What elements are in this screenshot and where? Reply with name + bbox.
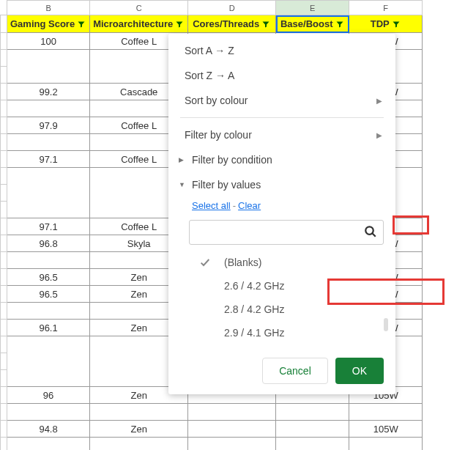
checkmark-icon [199,257,211,268]
cell[interactable]: 97.9 [7,117,90,134]
cell[interactable]: 99.2 [7,84,90,100]
cell[interactable] [7,303,90,320]
filter-search-input[interactable] [189,220,384,245]
filter-icon[interactable] [335,19,345,29]
cell[interactable]: 96.5 [7,269,90,286]
filter-dropdown: Sort A → Z Sort Z → A Sort by colour▶ Fi… [168,34,395,394]
cell[interactable]: 100 [7,33,90,50]
filter-value-label: 2.9 / 4.1 GHz [224,327,284,339]
cell[interactable]: 96 [7,387,90,404]
cell[interactable] [7,353,90,370]
cell[interactable] [7,202,90,218]
filter-value-label: 2.6 / 4.2 GHz [224,280,284,292]
filter-values-list: (Blanks)2.6 / 4.2 GHz2.8 / 4.2 GHz2.9 / … [189,246,384,349]
cell[interactable]: 97.1 [7,218,90,235]
cell[interactable] [276,404,349,421]
cell[interactable]: 94.8 [7,421,90,438]
cell[interactable] [7,370,90,387]
collapsed-icon: ▶ [179,156,185,163]
submenu-arrow-icon: ▶ [376,97,382,105]
cell[interactable] [188,404,276,421]
cell[interactable] [276,421,349,438]
column-header-label: Gaming Score [10,18,75,29]
filter-value-label: 2.8 / 4.2 GHz [224,303,284,315]
column-header[interactable]: TDP [349,15,423,33]
cell[interactable]: 96.1 [7,320,90,336]
filter-icon[interactable] [76,19,86,29]
column-letter[interactable]: F [349,1,423,15]
filter-value-option[interactable]: 2.9 / 4.1 GHz [189,321,384,344]
scrollbar-thumb[interactable] [384,318,388,331]
filter-value-option[interactable]: 2.6 / 4.2 GHz [189,274,384,298]
expanded-icon: ▼ [179,181,185,188]
column-header[interactable]: Base/Boost [276,15,349,33]
cell[interactable]: 96.5 [7,286,90,303]
submenu-arrow-icon: ▶ [376,131,382,139]
cell[interactable] [90,438,188,451]
filter-icon[interactable] [261,19,271,29]
column-header[interactable]: Gaming Score [7,15,90,33]
cancel-button[interactable]: Cancel [262,358,328,384]
filter-by-colour[interactable]: Filter by colour▶ [168,122,395,147]
cell[interactable]: 96.8 [7,235,90,252]
column-letter[interactable]: C [90,1,188,15]
cell[interactable]: Zen [90,421,188,438]
filter-value-option[interactable]: (Blanks) [189,251,384,274]
cell[interactable] [90,404,188,421]
filter-by-values[interactable]: ▼Filter by values [168,172,395,197]
sort-a-z[interactable]: Sort A → Z [168,38,395,63]
filter-icon[interactable] [391,19,401,29]
cell[interactable] [7,50,90,67]
filter-value-label: (Blanks) [224,257,261,268]
cell[interactable] [276,438,349,451]
filter-icon[interactable] [174,19,185,29]
cell[interactable] [7,185,90,202]
column-header-label: Cores/Threads [193,18,259,29]
cell[interactable]: 97.1 [7,151,90,168]
column-header-label: Base/Boost [280,18,333,29]
cell[interactable] [7,438,90,451]
column-letter[interactable]: E [276,1,349,15]
cell[interactable] [188,438,276,451]
column-letter[interactable]: D [188,1,276,15]
svg-point-0 [365,226,373,235]
cell[interactable] [7,252,90,269]
cell[interactable] [349,404,423,421]
cell[interactable] [7,67,90,84]
select-all-link[interactable]: Select all [192,200,231,211]
filter-value-option[interactable]: 2.8 / 4.2 GHz [189,298,384,321]
column-letter[interactable]: B [7,1,90,15]
cell[interactable] [7,168,90,185]
ok-button[interactable]: OK [335,358,384,384]
clear-link[interactable]: Clear [238,200,261,211]
cell[interactable] [7,336,90,353]
column-header[interactable]: Microarchitecture [90,15,188,33]
column-header[interactable]: Cores/Threads [188,15,276,33]
cell[interactable] [349,438,423,451]
cell[interactable]: 105W [349,421,423,438]
cell[interactable] [7,134,90,151]
search-icon [364,225,377,240]
sort-by-colour[interactable]: Sort by colour▶ [168,88,395,113]
filter-by-condition[interactable]: ▶Filter by condition [168,147,395,172]
cell[interactable] [188,421,276,438]
cell[interactable] [7,100,90,117]
cell[interactable] [7,404,90,421]
sort-z-a[interactable]: Sort Z → A [168,63,395,88]
column-header-label: TDP [371,18,390,29]
column-header-label: Microarchitecture [93,18,173,29]
svg-line-1 [372,233,376,237]
